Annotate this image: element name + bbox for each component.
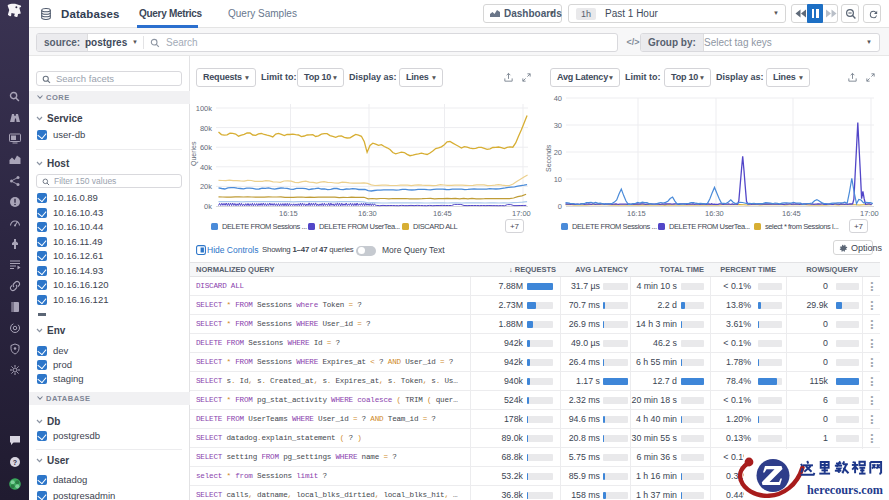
svg-text:?: ? (12, 459, 16, 466)
svg-text:herecours.com: herecours.com (807, 483, 883, 497)
